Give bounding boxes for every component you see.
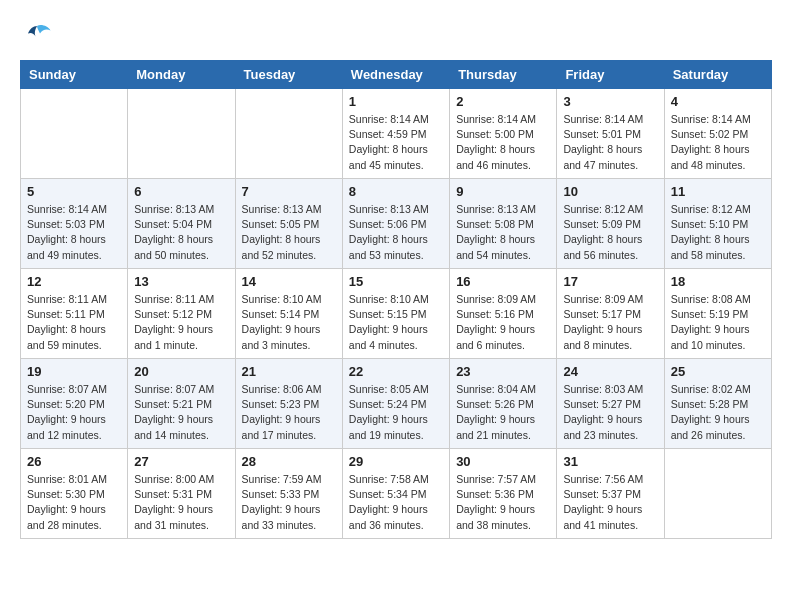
day-number: 21 <box>242 364 336 379</box>
calendar-empty-cell <box>21 89 128 179</box>
day-info: Sunrise: 7:59 AM Sunset: 5:33 PM Dayligh… <box>242 472 336 533</box>
calendar-day-cell: 2Sunrise: 8:14 AM Sunset: 5:00 PM Daylig… <box>450 89 557 179</box>
day-number: 29 <box>349 454 443 469</box>
weekday-header-thursday: Thursday <box>450 61 557 89</box>
day-info: Sunrise: 8:05 AM Sunset: 5:24 PM Dayligh… <box>349 382 443 443</box>
calendar-empty-cell <box>128 89 235 179</box>
logo-bird-icon <box>22 20 52 50</box>
day-number: 7 <box>242 184 336 199</box>
calendar-day-cell: 3Sunrise: 8:14 AM Sunset: 5:01 PM Daylig… <box>557 89 664 179</box>
day-info: Sunrise: 8:11 AM Sunset: 5:11 PM Dayligh… <box>27 292 121 353</box>
calendar-day-cell: 27Sunrise: 8:00 AM Sunset: 5:31 PM Dayli… <box>128 449 235 539</box>
day-number: 8 <box>349 184 443 199</box>
day-info: Sunrise: 8:14 AM Sunset: 5:03 PM Dayligh… <box>27 202 121 263</box>
day-info: Sunrise: 8:08 AM Sunset: 5:19 PM Dayligh… <box>671 292 765 353</box>
day-number: 12 <box>27 274 121 289</box>
day-number: 9 <box>456 184 550 199</box>
weekday-header-row: SundayMondayTuesdayWednesdayThursdayFrid… <box>21 61 772 89</box>
calendar-week-row: 1Sunrise: 8:14 AM Sunset: 4:59 PM Daylig… <box>21 89 772 179</box>
day-number: 19 <box>27 364 121 379</box>
day-number: 1 <box>349 94 443 109</box>
weekday-header-wednesday: Wednesday <box>342 61 449 89</box>
calendar-week-row: 19Sunrise: 8:07 AM Sunset: 5:20 PM Dayli… <box>21 359 772 449</box>
calendar-day-cell: 22Sunrise: 8:05 AM Sunset: 5:24 PM Dayli… <box>342 359 449 449</box>
calendar-day-cell: 10Sunrise: 8:12 AM Sunset: 5:09 PM Dayli… <box>557 179 664 269</box>
day-number: 23 <box>456 364 550 379</box>
day-info: Sunrise: 8:13 AM Sunset: 5:04 PM Dayligh… <box>134 202 228 263</box>
day-number: 22 <box>349 364 443 379</box>
calendar-week-row: 26Sunrise: 8:01 AM Sunset: 5:30 PM Dayli… <box>21 449 772 539</box>
calendar-day-cell: 5Sunrise: 8:14 AM Sunset: 5:03 PM Daylig… <box>21 179 128 269</box>
day-info: Sunrise: 7:57 AM Sunset: 5:36 PM Dayligh… <box>456 472 550 533</box>
day-info: Sunrise: 8:14 AM Sunset: 4:59 PM Dayligh… <box>349 112 443 173</box>
day-number: 10 <box>563 184 657 199</box>
day-info: Sunrise: 8:06 AM Sunset: 5:23 PM Dayligh… <box>242 382 336 443</box>
calendar-day-cell: 13Sunrise: 8:11 AM Sunset: 5:12 PM Dayli… <box>128 269 235 359</box>
calendar-table: SundayMondayTuesdayWednesdayThursdayFrid… <box>20 60 772 539</box>
calendar-day-cell: 17Sunrise: 8:09 AM Sunset: 5:17 PM Dayli… <box>557 269 664 359</box>
calendar-day-cell: 26Sunrise: 8:01 AM Sunset: 5:30 PM Dayli… <box>21 449 128 539</box>
calendar-day-cell: 18Sunrise: 8:08 AM Sunset: 5:19 PM Dayli… <box>664 269 771 359</box>
day-info: Sunrise: 8:03 AM Sunset: 5:27 PM Dayligh… <box>563 382 657 443</box>
day-info: Sunrise: 8:12 AM Sunset: 5:10 PM Dayligh… <box>671 202 765 263</box>
day-number: 14 <box>242 274 336 289</box>
day-number: 27 <box>134 454 228 469</box>
logo <box>20 20 52 50</box>
calendar-day-cell: 7Sunrise: 8:13 AM Sunset: 5:05 PM Daylig… <box>235 179 342 269</box>
calendar-day-cell: 31Sunrise: 7:56 AM Sunset: 5:37 PM Dayli… <box>557 449 664 539</box>
calendar-day-cell: 20Sunrise: 8:07 AM Sunset: 5:21 PM Dayli… <box>128 359 235 449</box>
day-info: Sunrise: 8:14 AM Sunset: 5:01 PM Dayligh… <box>563 112 657 173</box>
day-number: 13 <box>134 274 228 289</box>
weekday-header-friday: Friday <box>557 61 664 89</box>
calendar-day-cell: 9Sunrise: 8:13 AM Sunset: 5:08 PM Daylig… <box>450 179 557 269</box>
calendar-empty-cell <box>664 449 771 539</box>
calendar-day-cell: 28Sunrise: 7:59 AM Sunset: 5:33 PM Dayli… <box>235 449 342 539</box>
weekday-header-monday: Monday <box>128 61 235 89</box>
day-number: 20 <box>134 364 228 379</box>
day-number: 17 <box>563 274 657 289</box>
day-number: 28 <box>242 454 336 469</box>
day-number: 5 <box>27 184 121 199</box>
day-info: Sunrise: 8:14 AM Sunset: 5:00 PM Dayligh… <box>456 112 550 173</box>
day-info: Sunrise: 8:00 AM Sunset: 5:31 PM Dayligh… <box>134 472 228 533</box>
day-number: 18 <box>671 274 765 289</box>
calendar-day-cell: 12Sunrise: 8:11 AM Sunset: 5:11 PM Dayli… <box>21 269 128 359</box>
day-info: Sunrise: 8:13 AM Sunset: 5:06 PM Dayligh… <box>349 202 443 263</box>
calendar-empty-cell <box>235 89 342 179</box>
calendar-day-cell: 4Sunrise: 8:14 AM Sunset: 5:02 PM Daylig… <box>664 89 771 179</box>
calendar-week-row: 5Sunrise: 8:14 AM Sunset: 5:03 PM Daylig… <box>21 179 772 269</box>
weekday-header-saturday: Saturday <box>664 61 771 89</box>
calendar-week-row: 12Sunrise: 8:11 AM Sunset: 5:11 PM Dayli… <box>21 269 772 359</box>
calendar-day-cell: 8Sunrise: 8:13 AM Sunset: 5:06 PM Daylig… <box>342 179 449 269</box>
day-number: 2 <box>456 94 550 109</box>
day-number: 24 <box>563 364 657 379</box>
day-number: 4 <box>671 94 765 109</box>
weekday-header-tuesday: Tuesday <box>235 61 342 89</box>
day-info: Sunrise: 8:10 AM Sunset: 5:14 PM Dayligh… <box>242 292 336 353</box>
day-info: Sunrise: 8:09 AM Sunset: 5:17 PM Dayligh… <box>563 292 657 353</box>
calendar-day-cell: 14Sunrise: 8:10 AM Sunset: 5:14 PM Dayli… <box>235 269 342 359</box>
day-info: Sunrise: 8:13 AM Sunset: 5:05 PM Dayligh… <box>242 202 336 263</box>
calendar-day-cell: 11Sunrise: 8:12 AM Sunset: 5:10 PM Dayli… <box>664 179 771 269</box>
day-info: Sunrise: 8:12 AM Sunset: 5:09 PM Dayligh… <box>563 202 657 263</box>
day-info: Sunrise: 7:58 AM Sunset: 5:34 PM Dayligh… <box>349 472 443 533</box>
day-info: Sunrise: 8:07 AM Sunset: 5:21 PM Dayligh… <box>134 382 228 443</box>
day-info: Sunrise: 8:14 AM Sunset: 5:02 PM Dayligh… <box>671 112 765 173</box>
calendar-day-cell: 19Sunrise: 8:07 AM Sunset: 5:20 PM Dayli… <box>21 359 128 449</box>
day-info: Sunrise: 8:01 AM Sunset: 5:30 PM Dayligh… <box>27 472 121 533</box>
calendar-day-cell: 6Sunrise: 8:13 AM Sunset: 5:04 PM Daylig… <box>128 179 235 269</box>
day-info: Sunrise: 8:07 AM Sunset: 5:20 PM Dayligh… <box>27 382 121 443</box>
day-info: Sunrise: 8:09 AM Sunset: 5:16 PM Dayligh… <box>456 292 550 353</box>
calendar-day-cell: 24Sunrise: 8:03 AM Sunset: 5:27 PM Dayli… <box>557 359 664 449</box>
day-number: 31 <box>563 454 657 469</box>
day-info: Sunrise: 8:13 AM Sunset: 5:08 PM Dayligh… <box>456 202 550 263</box>
calendar-day-cell: 16Sunrise: 8:09 AM Sunset: 5:16 PM Dayli… <box>450 269 557 359</box>
day-number: 11 <box>671 184 765 199</box>
page-header <box>20 20 772 50</box>
calendar-day-cell: 23Sunrise: 8:04 AM Sunset: 5:26 PM Dayli… <box>450 359 557 449</box>
day-number: 6 <box>134 184 228 199</box>
day-number: 30 <box>456 454 550 469</box>
day-number: 3 <box>563 94 657 109</box>
day-info: Sunrise: 8:11 AM Sunset: 5:12 PM Dayligh… <box>134 292 228 353</box>
calendar-day-cell: 30Sunrise: 7:57 AM Sunset: 5:36 PM Dayli… <box>450 449 557 539</box>
